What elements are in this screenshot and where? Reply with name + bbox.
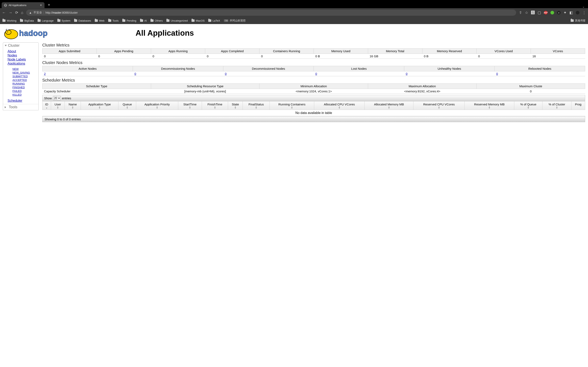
th-queue[interactable]: Queue▲▼: [118, 101, 136, 110]
th-decommissioning-nodes[interactable]: Decommissioning Nodes: [133, 66, 223, 71]
share-icon[interactable]: ⇧: [519, 10, 522, 15]
th-containers-running[interactable]: Containers Running: [259, 49, 314, 54]
sidebar-appstate-killed[interactable]: KILLED: [12, 93, 38, 97]
sidebar-section-tools[interactable]: Tools: [3, 104, 38, 110]
address-bar[interactable]: ▲ 不安全 http://master:8088/cluster: [26, 9, 516, 16]
profile-avatar[interactable]: [576, 11, 579, 15]
th-id[interactable]: ID▼: [43, 101, 51, 110]
bookmark-databases[interactable]: Databases: [74, 19, 91, 22]
active-nodes-link[interactable]: 2: [44, 72, 46, 75]
translate-icon[interactable]: 🅶: [531, 11, 535, 15]
bookmark-latex[interactable]: LaTeX: [208, 19, 220, 22]
th-memory-reserved[interactable]: Memory Reserved: [422, 49, 476, 54]
cell: 2: [43, 71, 133, 76]
bookmark-others[interactable]: Others: [150, 19, 163, 22]
extensions-icon[interactable]: ✦: [563, 10, 567, 15]
sidebar-link-applications[interactable]: Applications: [8, 62, 38, 66]
bookmark-tools[interactable]: Tools: [108, 19, 119, 22]
extension-green-icon[interactable]: [550, 11, 554, 15]
bookmark-web[interactable]: Web: [95, 19, 104, 22]
th-apps-running[interactable]: Apps Running: [151, 49, 205, 54]
th-apptype[interactable]: Application Type▲▼: [81, 101, 118, 110]
sidebar-link-scheduler[interactable]: Scheduler: [8, 99, 38, 103]
th-min-allocation[interactable]: Minimum Allocation: [259, 83, 368, 89]
th-state[interactable]: State▲▼: [228, 101, 243, 110]
th-decommissioned-nodes[interactable]: Decommissioned Nodes: [223, 66, 314, 71]
sidebar-link-about[interactable]: About: [8, 49, 38, 53]
th-apps-completed[interactable]: Apps Completed: [205, 49, 259, 54]
sidebar-appstate-new[interactable]: NEW: [12, 67, 38, 71]
extension-x-icon[interactable]: x: [557, 11, 561, 15]
bookmark-jgs[interactable]: 720井冈山欢迎您: [224, 19, 246, 22]
sidebar-appstate-newsaving[interactable]: NEW_SAVING: [12, 71, 38, 75]
bookmark-system[interactable]: System: [57, 19, 70, 22]
lost-nodes-link[interactable]: 0: [315, 72, 317, 75]
bookmark-bigdata[interactable]: BigData: [20, 19, 34, 22]
tabs-dropdown-icon[interactable]: ⌄: [582, 5, 585, 8]
sidepanel-icon[interactable]: ◧: [570, 10, 573, 15]
th-reserved-mem[interactable]: Reserved Memory MB▲▼: [465, 101, 514, 110]
sidebar-appstate-failed[interactable]: FAILED: [12, 89, 38, 93]
th-finishtime[interactable]: FinishTime▲▼: [202, 101, 228, 110]
forward-button[interactable]: →: [9, 11, 12, 15]
th-reserved-vcores[interactable]: Reserved CPU VCores▲▼: [414, 101, 465, 110]
th-finalstatus[interactable]: FinalStatus▲▼: [243, 101, 270, 110]
th-resource-type[interactable]: Scheduling Resource Type: [151, 83, 259, 89]
unhealthy-nodes-link[interactable]: 0: [406, 72, 407, 75]
sidebar-link-nodelabels[interactable]: Node Labels: [8, 58, 38, 62]
sidebar-section-cluster[interactable]: Cluster: [3, 43, 38, 49]
th-starttime[interactable]: StartTime▲▼: [178, 101, 202, 110]
th-progress[interactable]: Prog: [571, 101, 585, 110]
th-scheduler-type[interactable]: Scheduler Type: [43, 83, 151, 89]
th-max-allocation[interactable]: Maximum Allocation: [368, 83, 476, 89]
browser-tab[interactable]: All Applications ✕: [2, 2, 44, 8]
bookmark-star-icon[interactable]: ☆: [525, 10, 528, 15]
bookmark-language[interactable]: Language: [38, 19, 54, 22]
reader-icon[interactable]: ▢: [537, 10, 541, 15]
th-pct-queue[interactable]: % of Queue▲▼: [514, 101, 542, 110]
table-row: Capacity Scheduler [memory-mb (unit=Mi),…: [43, 89, 585, 94]
new-tab-button[interactable]: +: [47, 2, 52, 8]
cell: 0: [133, 71, 223, 76]
th-alloc-mem[interactable]: Allocated Memory MB▲▼: [365, 101, 414, 110]
th-user[interactable]: User▲▼: [51, 101, 65, 110]
bookmark-working[interactable]: Working: [2, 19, 16, 22]
th-apps-pending[interactable]: Apps Pending: [96, 49, 151, 54]
th-pct-cluster[interactable]: % of Cluster▲▼: [543, 101, 571, 110]
th-running-containers[interactable]: Running Containers▲▼: [270, 101, 314, 110]
th-rebooted-nodes[interactable]: Rebooted Nodes: [495, 66, 585, 71]
th-memory-used[interactable]: Memory Used: [314, 49, 368, 54]
decommissioning-nodes-link[interactable]: 0: [135, 72, 136, 75]
sidebar-link-nodes[interactable]: Nodes: [8, 53, 38, 58]
th-memory-total[interactable]: Memory Total: [368, 49, 422, 54]
th-lost-nodes[interactable]: Lost Nodes: [314, 66, 404, 71]
table-row: 2 0 0 0 0 0: [43, 71, 585, 76]
sidebar-appstate-submitted[interactable]: SUBMITTED: [12, 75, 38, 78]
th-apps-submitted[interactable]: Apps Submitted: [43, 49, 97, 54]
sidebar-appstate-accepted[interactable]: ACCEPTED: [12, 78, 38, 82]
back-button[interactable]: ←: [2, 11, 6, 15]
bookmark-ai[interactable]: AI: [140, 19, 147, 22]
th-priority[interactable]: Application Priority▲▼: [136, 101, 178, 110]
sidebar-appstate-finished[interactable]: FINISHED: [12, 86, 38, 89]
page-size-select[interactable]: 20: [53, 96, 61, 100]
th-vcores-total[interactable]: VCores: [531, 49, 585, 54]
menu-icon[interactable]: ⋮: [582, 10, 586, 15]
reload-button[interactable]: ⟳: [15, 10, 18, 15]
abp-icon[interactable]: ABP: [544, 11, 548, 15]
rebooted-nodes-link[interactable]: 0: [496, 72, 498, 75]
decommissioned-nodes-link[interactable]: 0: [225, 72, 227, 75]
bookmark-uncategorized[interactable]: Uncategorized: [166, 19, 188, 22]
bookmark-macos[interactable]: MacOS: [191, 19, 205, 22]
home-button[interactable]: ⌂: [21, 11, 23, 15]
tab-close-icon[interactable]: ✕: [40, 4, 42, 7]
th-max-cluster[interactable]: Maximum Cluste: [476, 83, 585, 89]
th-name[interactable]: Name▲▼: [65, 101, 81, 110]
th-active-nodes[interactable]: Active Nodes: [43, 66, 133, 71]
th-alloc-vcores[interactable]: Allocated CPU VCores▲▼: [314, 101, 365, 110]
th-vcores-used[interactable]: VCores Used: [476, 49, 531, 54]
bookmark-pending[interactable]: Pending: [122, 19, 136, 22]
th-unhealthy-nodes[interactable]: Unhealthy Nodes: [404, 66, 495, 71]
sidebar-appstate-running[interactable]: RUNNING: [12, 82, 38, 86]
bookmark-other-folder[interactable]: 其他书签: [571, 19, 586, 22]
